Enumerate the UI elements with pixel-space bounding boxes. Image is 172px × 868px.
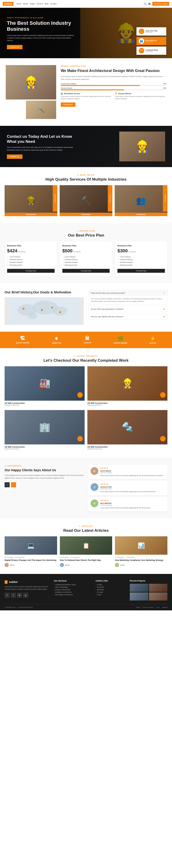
award-icon: 🏅 [115, 93, 117, 95]
faq-chevron-3: ▶ [164, 316, 165, 318]
footer-useful-2[interactable]: ›Donal Whi [96, 586, 126, 588]
purchase-button-3[interactable]: Purchase Now [117, 269, 165, 273]
svg-point-4 [28, 312, 37, 319]
footer-useful-5[interactable]: ›Lrspec [96, 594, 126, 595]
faq-chevron-2: ▶ [164, 308, 165, 310]
footer-projects-title: Recent Projects [130, 580, 167, 582]
service-card-1[interactable]: 👷 Construction Industrial Works [5, 185, 57, 216]
hero-card-cert: 🏆 Certificate Work Experience [137, 46, 166, 55]
contact-banner-button[interactable]: Contact Us [7, 154, 23, 159]
hero-description: Lorem ipsum dolor sit amet consectetur a… [7, 34, 76, 42]
nav-link-blog[interactable]: Blog [45, 3, 48, 5]
faq-question-1[interactable]: What service does your business provide?… [88, 290, 167, 296]
progress-pct-2: 60% [163, 87, 166, 89]
price-card-1: Business Plan $424 Per Month ✓Lorem Deli… [5, 241, 57, 276]
footer-useful-4[interactable]: ›St Logos [96, 591, 126, 593]
service-card-3[interactable]: 👥 Architecture Design Works [115, 185, 167, 216]
testimonials-next-button[interactable]: › [11, 482, 16, 487]
footer-thumb-3[interactable] [130, 592, 148, 600]
social-facebook-button[interactable]: f [5, 593, 10, 598]
partner-4[interactable]: 🌿 GREEN AWARD [114, 336, 127, 344]
testimonials-prev-button[interactable]: ‹ [5, 482, 10, 487]
faq-chevron-1: ▼ [163, 292, 165, 294]
nav-link-home[interactable]: Home [16, 3, 21, 5]
history-title: Our Brief History,Our Goals & Motivation [5, 290, 84, 294]
purchase-button-1[interactable]: Purchase Now [7, 269, 55, 273]
grid-icon[interactable]: ▦ [148, 2, 150, 5]
project-card-3[interactable]: 🏢 → Oil Mill Construction Building Archi… [5, 410, 85, 451]
nav-link-about[interactable]: About [23, 3, 28, 5]
article-author-2: A Admin [60, 563, 112, 567]
testimonials-left: ● TESTIMONIAL Our Happy Clients Says Abo… [5, 465, 84, 512]
project-card-2[interactable]: 👷 → Oil Mill Construction Building Archi… [87, 366, 167, 407]
progress-bar-2 [61, 89, 166, 90]
footer-link-4[interactable]: ›Installation Architecture [54, 591, 91, 593]
partner-2[interactable]: ⚜ TQRIKTUN [52, 336, 61, 344]
footer-useful-3[interactable]: ›Almit Alky [96, 589, 126, 590]
history-section: Our Brief History,Our Goals & Motivation… [0, 283, 172, 332]
partner-5-icon: ⚡ [149, 336, 156, 341]
footer-link-3[interactable]: ›Design of Renovation [54, 589, 91, 590]
footer-useful-links: ›Ut Aldy ›Donal Whi ›Almit Alky ›St Logo… [96, 584, 126, 595]
project-card-4[interactable]: 🔩 → Oil Mill Construction Building Archi… [87, 410, 167, 451]
article-title-2: How To Onboard New Clients The Right Way [60, 559, 112, 562]
price-card-2: Business Plan $500 Per Month ✓Lorem Deli… [60, 241, 112, 276]
footer-services-links: ›Collecting Architecture Study ›Value of… [54, 584, 91, 595]
footer-bottom-privacy[interactable]: Privacy & policy [142, 607, 154, 608]
feature-worldwide-text: Lorem ipsum dolor sit amet consectetur a… [61, 95, 112, 100]
testimonial-card-2: J ★★★★★ Jessica Peter Marketing Head Lor… [88, 481, 167, 495]
footer-thumb-4[interactable] [149, 592, 168, 600]
svg-point-8 [59, 311, 61, 313]
footer-bottom: Copyright 2024 — | All Rights Reserved H… [5, 604, 167, 608]
nav-link-service[interactable]: Service [37, 3, 43, 5]
social-twitter-button[interactable]: t [11, 593, 16, 598]
hero-cta-button[interactable]: Contact Us [7, 45, 23, 49]
project-card-1[interactable]: 🏭 → Oil Mill Construction Building Archi… [5, 366, 85, 407]
author-avatar-3: A [115, 563, 119, 567]
article-title-1: Digital Privacy Changes And The Impact O… [5, 559, 57, 562]
footer-thumb-1[interactable] [130, 584, 148, 592]
service-card-2[interactable]: 🔨 Renovation Building Works [60, 185, 112, 216]
nav-link-contact[interactable]: Contact [50, 3, 57, 5]
about-read-more-button[interactable]: Read More [61, 102, 76, 107]
partner-3[interactable]: 🏛 CONSTR [84, 336, 91, 344]
partners-section: 🏗 QUISIR AWARD ⚜ TQRIKTUN 🏛 CONSTR 🌿 GRE… [0, 332, 172, 348]
progress-fill-2 [61, 89, 124, 90]
article-card-3[interactable]: 📊 12 Thoughts 7 Comments How Marketing C… [115, 536, 167, 567]
articles-grid: 💻 25 Thoughts 5 Comments Digital Privacy… [5, 536, 167, 567]
partner-1[interactable]: 🏗 QUISIR AWARD [16, 336, 29, 344]
services-tag: ● WHAT WE DO [5, 174, 167, 176]
testimonial-stars-1: ★★★★★ [100, 467, 165, 469]
footer-link-1[interactable]: ›Collecting Architecture Study [54, 584, 91, 585]
projects-tag-dot: ● [74, 355, 76, 357]
footer-thumb-2[interactable] [149, 584, 168, 592]
services-section: ● WHAT WE DO High Quality Services Of Mu… [0, 167, 172, 223]
search-icon[interactable]: 🔍 [144, 2, 147, 5]
hero-card-team: 👥 Work With Our Expert Team [137, 37, 166, 45]
footer-link-2[interactable]: ›Value of Buildings [54, 586, 91, 588]
service-label-1: Construction [5, 213, 57, 216]
nav-logo[interactable]: tuildint [3, 2, 13, 6]
author-name-1: Admin [10, 564, 15, 566]
footer-bottom-support[interactable]: Support [162, 607, 167, 608]
get-quote-button[interactable]: Get A Free Quote [152, 2, 169, 6]
faq-question-2[interactable]: Do you offer any guarantees in refunds? … [88, 306, 167, 312]
footer-bottom-home[interactable]: Home [136, 607, 140, 608]
purchase-button-2[interactable]: Purchase Now [62, 269, 110, 273]
partner-5[interactable]: ⚡ ELICUL [149, 336, 156, 344]
plan-features-2: ✓Lorem Delivery ✓Unlimited Delivery ✓Sta… [62, 255, 110, 266]
hero-card-team-sub: Expert Team [146, 41, 157, 43]
faq-question-3[interactable]: How do I get started with your services?… [88, 314, 167, 319]
footer-link-5[interactable]: ›Pathology in Architecture [54, 594, 91, 595]
social-pinterest-button[interactable]: p [23, 593, 28, 598]
project-badge-4: → [160, 436, 166, 441]
nav-link-pages[interactable]: Pages [30, 3, 35, 5]
footer-bottom-chat[interactable]: Chat [156, 607, 160, 608]
footer-logo[interactable]: t tuildint [5, 580, 50, 584]
footer-useful-1[interactable]: ›Ut Aldy [96, 584, 126, 585]
article-card-2[interactable]: 📋 18 Thoughts 3 Comments How To Onboard … [60, 536, 112, 567]
project-info-2: Oil Mill Construction Building Architect… [87, 401, 167, 407]
testimonial-avatar-3: A [91, 499, 98, 507]
article-card-1[interactable]: 💻 25 Thoughts 5 Comments Digital Privacy… [5, 536, 57, 567]
social-linkedin-button[interactable]: in [17, 593, 22, 598]
